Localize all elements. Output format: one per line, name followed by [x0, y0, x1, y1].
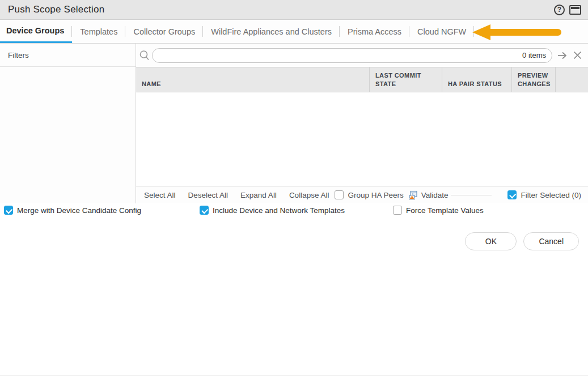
include-device-network-templates-option[interactable]: Include Device and Network Templates — [200, 206, 345, 215]
search-input[interactable] — [159, 51, 522, 59]
ok-button[interactable]: OK — [465, 232, 517, 250]
tab-label: Collector Groups — [133, 27, 195, 36]
include-templates-label: Include Device and Network Templates — [213, 206, 345, 215]
table-header-row: NAME LAST COMMIT STATE HA PAIR STATUS PR… — [136, 67, 588, 92]
group-ha-peers-checkbox[interactable] — [335, 190, 344, 199]
include-templates-checkbox[interactable] — [200, 206, 209, 215]
table-toolbar: Select All Deselect All Expand All Colla… — [136, 186, 588, 203]
apply-filter-arrow-icon[interactable] — [557, 50, 568, 61]
filters-body — [0, 67, 136, 203]
tab-bar: Device Groups Templates Collector Groups… — [0, 20, 588, 44]
merge-candidate-config-label: Merge with Device Candidate Config — [17, 206, 141, 215]
push-options-row: Merge with Device Candidate Config Inclu… — [0, 203, 588, 219]
arrow-head — [472, 24, 490, 40]
search-icon — [138, 49, 151, 62]
column-header-name[interactable]: NAME — [136, 67, 370, 92]
group-ha-peers-label: Group HA Peers — [348, 191, 403, 199]
tab-collector-groups[interactable]: Collector Groups — [125, 20, 203, 43]
filter-selected-checkbox[interactable] — [507, 190, 517, 199]
column-label: NAME — [142, 80, 161, 88]
collapse-all-button[interactable]: Collapse All — [289, 191, 329, 199]
deselect-all-button[interactable]: Deselect All — [188, 191, 229, 199]
arrow-shaft — [490, 29, 561, 36]
column-header-preview-changes[interactable]: PREVIEW CHANGES — [512, 67, 556, 92]
validate-button[interactable]: Validate — [408, 190, 449, 200]
column-label: PREVIEW CHANGES — [518, 71, 551, 88]
tab-label: Prisma Access — [348, 27, 401, 36]
validate-document-warning-icon — [408, 190, 418, 200]
filters-panel: Filters — [0, 44, 136, 203]
expand-all-button[interactable]: Expand All — [240, 191, 277, 199]
dialog-titlebar: Push Scope Selection ? — [0, 0, 588, 20]
column-label: LAST COMMIT STATE — [375, 71, 437, 88]
tab-device-groups[interactable]: Device Groups — [0, 20, 72, 43]
dialog-title: Push Scope Selection — [8, 4, 104, 15]
tab-wildfire-appliances[interactable]: WildFire Appliances and Clusters — [203, 20, 340, 43]
help-icon[interactable]: ? — [554, 5, 565, 15]
tab-cloud-ngfw[interactable]: Cloud NGFW — [409, 20, 474, 43]
window-panel-icon[interactable] — [569, 5, 581, 15]
push-scope-selection-dialog: Push Scope Selection ? Device Groups Tem… — [0, 0, 588, 379]
column-label: HA PAIR STATUS — [448, 80, 502, 88]
toolbar-divider — [451, 195, 492, 195]
merge-with-device-candidate-config-option[interactable]: Merge with Device Candidate Config — [4, 206, 141, 215]
dialog-footer: OK Cancel — [0, 219, 588, 379]
filters-header: Filters — [0, 44, 136, 67]
device-list-panel: 0 items NAME LAST COMMIT STATE HA PAIR S… — [136, 44, 588, 203]
tab-label: Device Groups — [6, 26, 64, 35]
tab-label: Templates — [80, 27, 117, 36]
footer-buttons: OK Cancel — [465, 232, 579, 250]
column-header-ha-pair-status[interactable]: HA PAIR STATUS — [442, 67, 512, 92]
force-template-values-label: Force Template Values — [406, 206, 484, 215]
column-header-gutter — [556, 67, 588, 92]
tab-prisma-access[interactable]: Prisma Access — [340, 20, 409, 43]
dialog-content: Filters 0 items — [0, 44, 588, 203]
items-count-badge: 0 items — [522, 51, 546, 59]
force-template-values-checkbox[interactable] — [393, 206, 402, 215]
clear-x-icon[interactable] — [573, 50, 582, 60]
filters-title: Filters — [8, 51, 29, 59]
orange-callout-arrow-icon — [472, 24, 561, 40]
force-template-values-option[interactable]: Force Template Values — [393, 206, 484, 215]
tab-label: Cloud NGFW — [417, 27, 466, 36]
search-row: 0 items — [136, 44, 588, 67]
table-body-empty[interactable] — [136, 92, 588, 186]
merge-candidate-config-checkbox[interactable] — [4, 206, 13, 215]
cancel-button[interactable]: Cancel — [523, 232, 579, 250]
validate-label: Validate — [421, 191, 449, 199]
dialog-bottom-edge — [0, 375, 588, 376]
group-ha-peers-option[interactable]: Group HA Peers — [335, 190, 403, 199]
tab-label: WildFire Appliances and Clusters — [211, 27, 332, 36]
filter-selected-option[interactable]: Filter Selected (0) — [507, 190, 581, 199]
tab-templates[interactable]: Templates — [72, 20, 125, 43]
select-all-button[interactable]: Select All — [144, 191, 176, 199]
search-pill: 0 items — [152, 48, 552, 63]
column-header-last-commit-state[interactable]: LAST COMMIT STATE — [370, 67, 442, 92]
filter-selected-label: Filter Selected (0) — [521, 191, 581, 199]
